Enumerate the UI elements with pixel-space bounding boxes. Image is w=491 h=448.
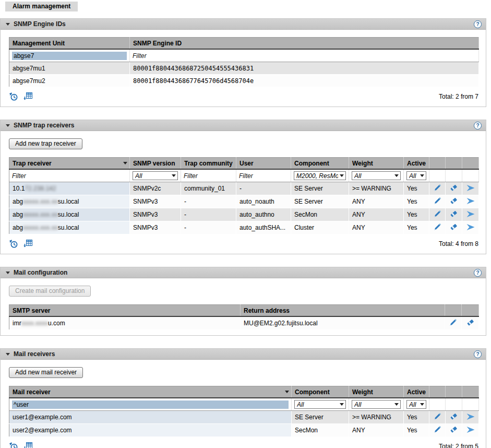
table-row[interactable]: abgxxxxx.xxx.xxsu.local SNMPv3 - auto_no… xyxy=(9,195,479,208)
col-header-trap-receiver[interactable]: Trap receiver xyxy=(9,158,130,170)
section-header[interactable]: SNMP trap receivers ? xyxy=(1,120,486,131)
export-table-icon[interactable] xyxy=(23,239,33,249)
filter-trap-community[interactable]: Filter xyxy=(181,169,236,182)
history-icon[interactable] xyxy=(9,239,18,249)
trap-community-cell: - xyxy=(181,195,236,208)
col-header-component[interactable]: Component xyxy=(291,158,349,170)
collapse-icon[interactable] xyxy=(6,124,10,127)
trap-receiver-cell[interactable]: abgxxxxx.xxx.xxsu.local xyxy=(9,195,130,208)
eraser-icon[interactable] xyxy=(450,197,458,205)
eraser-icon[interactable] xyxy=(450,184,458,192)
section-header[interactable]: Mail configuration ? xyxy=(1,267,486,278)
filter-management-unit[interactable]: abgse7 xyxy=(9,49,130,62)
col-header-test xyxy=(462,158,479,170)
component-dropdown[interactable]: M2000, ResMo... xyxy=(294,171,346,180)
edit-pencil-icon[interactable] xyxy=(434,412,441,420)
section-snmp-engine-ids: SNMP Engine IDs ? Management Unit SNMP E… xyxy=(0,18,486,107)
table-row[interactable]: abgxxxxx.xxx.xxsu.local SNMPv3 - auto_au… xyxy=(9,221,479,234)
filter-active[interactable]: All xyxy=(404,398,429,411)
trap-receiver-cell[interactable]: 10.172.238.142 xyxy=(9,182,130,195)
mail-receiver-cell[interactable]: user2@example.com xyxy=(9,424,292,437)
eraser-icon[interactable] xyxy=(450,426,458,433)
col-header-trap-community[interactable]: Trap community xyxy=(181,158,236,170)
add-trap-receiver-button[interactable]: Add new trap receiver xyxy=(9,138,82,149)
collapse-icon[interactable] xyxy=(6,272,10,274)
edit-pencil-icon[interactable] xyxy=(434,223,441,231)
col-header-user[interactable]: User xyxy=(236,158,291,170)
management-unit-cell[interactable]: abgse7mu1 xyxy=(9,62,130,75)
filter-user[interactable]: Filter xyxy=(236,169,291,182)
eraser-icon[interactable] xyxy=(450,223,458,231)
send-test-icon[interactable] xyxy=(466,223,475,231)
col-header-active[interactable]: Active xyxy=(404,158,429,170)
help-icon[interactable]: ? xyxy=(474,20,482,28)
section-header[interactable]: Mail receivers ? xyxy=(1,349,486,360)
trap-receiver-cell[interactable]: abgxxxxx.xxx.xxsu.local xyxy=(9,208,130,221)
table-row[interactable]: user1@example.com SE Server >= WARNING Y… xyxy=(9,411,479,424)
col-header-active[interactable]: Active xyxy=(404,386,429,398)
col-header-component[interactable]: Component xyxy=(292,386,349,398)
filter-component[interactable]: All xyxy=(292,398,349,411)
col-header-weight[interactable]: Weight xyxy=(349,158,404,170)
weight-dropdown[interactable]: All xyxy=(352,171,401,180)
filter-mail-receiver[interactable]: ^user xyxy=(9,398,292,411)
eraser-icon[interactable] xyxy=(450,412,458,420)
edit-pencil-icon[interactable] xyxy=(434,184,441,192)
collapse-icon[interactable] xyxy=(6,23,10,26)
table-row[interactable]: user2@example.com SecMon ANY Yes xyxy=(9,424,479,437)
weight-cell: ANY xyxy=(349,221,404,234)
trap-receiver-cell[interactable]: abgxxxxx.xxx.xxsu.local xyxy=(9,221,130,234)
help-icon[interactable]: ? xyxy=(474,122,482,129)
send-test-icon[interactable] xyxy=(466,197,475,205)
add-mail-receiver-button[interactable]: Add new mail receiver xyxy=(9,367,83,378)
col-header-management-unit[interactable]: Management Unit xyxy=(9,38,130,50)
section-header[interactable]: SNMP Engine IDs ? xyxy=(1,19,486,30)
edit-pencil-icon[interactable] xyxy=(434,210,441,218)
mail-receiver-cell[interactable]: user1@example.com xyxy=(9,411,292,424)
filter-weight[interactable]: All xyxy=(349,398,404,411)
history-icon[interactable] xyxy=(9,92,18,101)
chevron-down-icon xyxy=(340,174,344,177)
eraser-icon[interactable] xyxy=(450,210,458,218)
help-icon[interactable]: ? xyxy=(474,269,482,277)
table-row[interactable]: abgse7mu2 80001f88044368677645706d456870… xyxy=(9,75,479,87)
col-header-mail-receiver[interactable]: Mail receiver xyxy=(9,386,292,398)
selected-filter-text: abgse7 xyxy=(12,52,127,60)
active-dropdown[interactable]: All xyxy=(406,400,426,409)
col-header-smtp-server[interactable]: SMTP server xyxy=(9,305,241,317)
col-header-snmp-engine-id[interactable]: SNMP Engine ID xyxy=(130,38,479,50)
send-test-icon[interactable] xyxy=(466,413,475,420)
edit-pencil-icon[interactable] xyxy=(434,197,441,205)
help-icon[interactable]: ? xyxy=(474,350,482,358)
edit-pencil-icon[interactable] xyxy=(449,319,457,326)
export-table-icon[interactable] xyxy=(23,442,33,448)
send-test-icon[interactable] xyxy=(466,184,475,192)
col-header-return-address[interactable]: Return address xyxy=(241,305,445,317)
send-test-icon[interactable] xyxy=(466,210,475,218)
snmp-version-dropdown[interactable]: All xyxy=(133,171,178,180)
export-table-icon[interactable] xyxy=(23,92,33,101)
eraser-icon[interactable] xyxy=(466,319,474,326)
filter-snmp-version[interactable]: All xyxy=(130,169,181,182)
filter-trap-receiver[interactable]: Filter xyxy=(9,169,130,182)
edit-pencil-icon[interactable] xyxy=(434,426,441,433)
table-row[interactable]: abgxxxxx.xxx.xxsu.local SNMPv3 - auto_au… xyxy=(9,208,479,221)
active-dropdown[interactable]: All xyxy=(406,171,426,180)
filter-component[interactable]: M2000, ResMo... xyxy=(291,169,349,182)
management-unit-cell[interactable]: abgse7mu2 xyxy=(9,75,130,87)
tab-alarm-management[interactable]: Alarm management xyxy=(5,2,78,11)
collapse-icon[interactable] xyxy=(6,353,10,356)
filter-weight[interactable]: All xyxy=(349,169,404,182)
weight-dropdown[interactable]: All xyxy=(352,400,401,409)
component-cell: Cluster xyxy=(291,221,349,234)
filter-snmp-engine-id[interactable]: Filter xyxy=(130,49,479,62)
send-test-icon[interactable] xyxy=(466,426,475,433)
table-row[interactable]: imrxxxx.xxxxu.com MU@EM2.g02.fujitsu.loc… xyxy=(9,316,479,330)
col-header-weight[interactable]: Weight xyxy=(349,386,404,398)
table-row[interactable]: abgse7mu1 80001f880443686872504545554368… xyxy=(9,62,479,75)
col-header-snmp-version[interactable]: SNMP version xyxy=(130,158,181,170)
component-dropdown[interactable]: All xyxy=(294,400,346,409)
table-row[interactable]: 10.172.238.142 SNMPv2c community_01 - SE… xyxy=(9,182,479,195)
filter-active[interactable]: All xyxy=(404,169,429,182)
history-icon[interactable] xyxy=(9,442,18,448)
